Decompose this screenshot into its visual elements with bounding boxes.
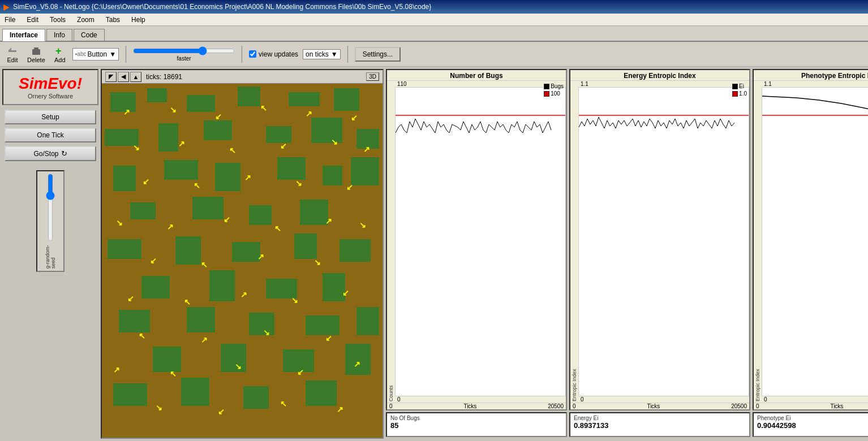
world-controls: ◤ ◀ ▲: [105, 72, 141, 82]
edit-icon: [7, 45, 18, 56]
world-3d-button[interactable]: 3D: [366, 72, 379, 81]
energy-x-axis: 0 Ticks 20500: [570, 403, 749, 409]
bugs-y-min: 0: [397, 396, 401, 403]
tab-interface[interactable]: Interface: [2, 29, 45, 41]
separator-3: [347, 46, 348, 63]
energy-entropic-chart: Energy Entropic Index Entropic Index 1.1…: [569, 69, 750, 410]
menu-zoom[interactable]: Zoom: [75, 15, 97, 24]
control-buttons: Setup One Tick Go/Stop ↻: [2, 107, 98, 163]
view-updates-checkbox[interactable]: [249, 50, 256, 58]
no-of-bugs-label: No Of Bugs: [390, 415, 562, 421]
energy-chart-title: Energy Entropic Index: [570, 70, 749, 81]
title-bar: ▶ SimEvo_V5.08 - NetLogo {C:\Users\Owner…: [0, 0, 868, 14]
energy-y-label: Entropic Index: [570, 81, 578, 403]
world-header: ◤ ◀ ▲ ticks: 18691 3D: [102, 70, 383, 84]
menu-help[interactable]: Help: [129, 15, 148, 24]
update-frequency-dropdown[interactable]: on ticks ▼: [303, 49, 341, 59]
charts-row: Number of Bugs Counts 110: [386, 69, 868, 410]
speed-control: faster: [133, 46, 235, 62]
bugs-legend: Bugs 100: [544, 83, 564, 97]
bugs-x-axis: 0 Ticks 20500: [387, 403, 566, 409]
phenotype-x-axis: 0 Ticks 20500: [754, 403, 868, 409]
world-canvas[interactable]: ↗ ↘ ↙ ↖ ↗ ↙ ↘ ↗ ↖ ↙ ↘ ↗ ↙ ↖ ↗ ↘ ↙ ↘ ↗ ↙ …: [102, 84, 383, 438]
toolbar: Edit Delete + Add ▪abc Button ▼ faster v…: [0, 42, 868, 67]
bugs-y-label: Counts: [387, 81, 395, 403]
world-ticks: ticks: 18691: [146, 73, 182, 81]
bugs-chart-title: Number of Bugs: [387, 70, 566, 81]
title-text: SimEvo_V5.08 - NetLogo {C:\Users\Owner\D…: [13, 3, 431, 11]
energy-legend-1: 1.0: [732, 90, 747, 97]
no-of-bugs-value: 85: [390, 421, 562, 430]
simevo-subtitle: Ornery Software: [8, 93, 93, 100]
menu-bar: File Edit Tools Zoom Tabs Help: [0, 14, 868, 26]
energy-legend: Ei 1.0: [732, 83, 747, 97]
energy-chart-svg: [578, 87, 749, 396]
bugs-legend-100: 100: [544, 90, 564, 97]
one-tick-button[interactable]: One Tick: [5, 128, 96, 142]
g-random-seed-slider-widget: g-random-seed: [36, 170, 65, 272]
energy-y-min: 0: [581, 396, 584, 403]
phenotype-ei-display: Phenotype Ei 0.90442598: [753, 412, 868, 437]
speed-slider[interactable]: [133, 46, 235, 55]
world-reset-btn[interactable]: ◤: [105, 72, 117, 82]
no-of-bugs-display: No Of Bugs 85: [386, 412, 567, 437]
menu-tabs[interactable]: Tabs: [104, 15, 122, 24]
add-icon: +: [54, 45, 66, 56]
energy-chart-body: Entropic Index 1.1 0: [570, 81, 749, 403]
phenotype-chart-body: Entropic Index 1.1 0: [754, 81, 868, 403]
phenotype-chart-title: Phenotype Entropic Index: [754, 70, 868, 81]
svg-rect-2: [32, 49, 40, 55]
phenotype-y-min: 0: [764, 396, 767, 403]
menu-tools[interactable]: Tools: [48, 15, 68, 24]
widget-type-dropdown[interactable]: ▪abc Button ▼: [72, 48, 119, 60]
go-stop-button[interactable]: Go/Stop ↻: [5, 146, 96, 161]
left-panel: SimEvo! Ornery Software Setup One Tick G…: [2, 69, 98, 439]
tab-info[interactable]: Info: [46, 29, 72, 41]
bugs-y-max: 110: [397, 81, 407, 87]
charts-panel: Number of Bugs Counts 110: [386, 69, 868, 439]
svg-text:+: +: [55, 45, 62, 56]
svg-rect-3: [34, 47, 38, 49]
world-panel: ◤ ◀ ▲ ticks: 18691 3D: [101, 69, 384, 439]
phenotype-y-label: Entropic Index: [754, 81, 762, 403]
phenotype-ei-label: Phenotype Ei: [757, 415, 868, 421]
svg-rect-0: [8, 50, 16, 52]
energy-legend-ei: Ei: [732, 83, 747, 89]
display-row: No Of Bugs 85 Energy Ei 0.8937133 Phenot…: [386, 410, 868, 439]
delete-icon: [31, 45, 42, 56]
app-icon: ▶: [3, 2, 10, 11]
svg-marker-1: [8, 47, 11, 50]
bugs-chart-svg: [395, 87, 566, 396]
settings-button[interactable]: Settings...: [355, 47, 401, 62]
number-of-bugs-chart: Number of Bugs Counts 110: [386, 69, 567, 410]
world-next-btn[interactable]: ▲: [130, 72, 141, 82]
edit-button[interactable]: Edit: [5, 44, 20, 64]
phenotype-y-max: 1.1: [764, 81, 772, 87]
simevo-title: SimEvo!: [8, 75, 93, 93]
energy-ei-value: 0.8937133: [574, 421, 746, 430]
tab-code[interactable]: Code: [74, 29, 105, 41]
add-button[interactable]: + Add: [52, 44, 68, 64]
setup-button[interactable]: Setup: [5, 110, 96, 124]
phenotype-ei-value: 0.90442598: [757, 421, 868, 430]
phenotype-entropic-chart: Phenotype Entropic Index Entropic Index …: [753, 69, 868, 410]
energy-ei-label: Energy Ei: [574, 415, 746, 421]
simevo-logo: SimEvo! Ornery Software: [2, 69, 98, 105]
energy-ei-display: Energy Ei 0.8937133: [569, 412, 750, 437]
separator-2: [242, 46, 242, 63]
delete-button[interactable]: Delete: [25, 44, 48, 64]
g-random-seed-slider[interactable]: [46, 174, 55, 241]
tab-bar: Interface Info Code: [0, 26, 868, 42]
separator-1: [126, 46, 126, 63]
phenotype-chart-svg: [762, 87, 868, 396]
view-updates-area: view updates: [249, 50, 298, 58]
menu-edit[interactable]: Edit: [24, 15, 41, 24]
menu-file[interactable]: File: [2, 15, 18, 24]
bugs-chart-body: Counts 110 0: [387, 81, 566, 403]
bugs-legend-bugs: Bugs: [544, 83, 564, 89]
main-area: SimEvo! Ornery Software Setup One Tick G…: [0, 67, 868, 441]
energy-y-max: 1.1: [581, 81, 588, 87]
world-prev-btn[interactable]: ◀: [118, 72, 129, 82]
